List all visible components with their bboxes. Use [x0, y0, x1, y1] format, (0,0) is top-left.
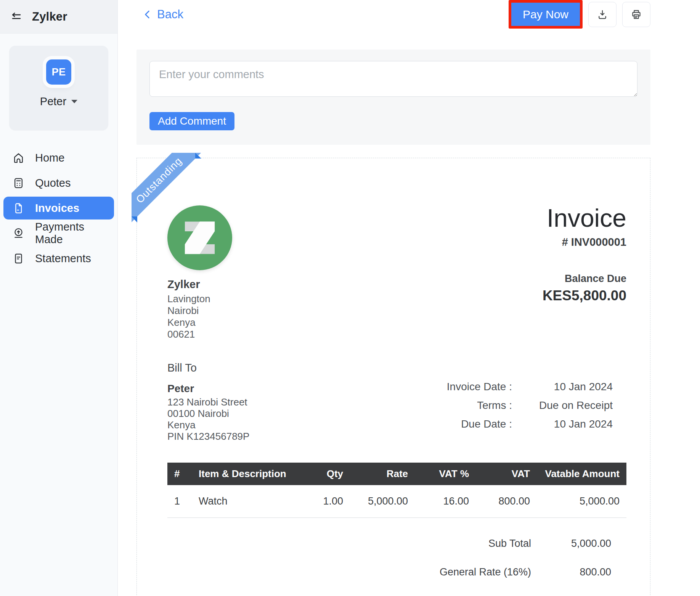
back-label: Back	[157, 8, 183, 21]
table-header-row: # Item & Description Qty Rate VAT % VAT …	[167, 463, 626, 485]
home-icon	[12, 152, 25, 164]
topbar-actions: Pay Now	[509, 0, 650, 29]
bill-to-name: Peter	[167, 383, 249, 395]
terms-value: Due on Receipt	[512, 399, 626, 412]
tax-label: General Rate (16%)	[398, 566, 531, 578]
due-date-value: 10 Jan 2024	[512, 418, 626, 430]
sidebar: Zylker PE Peter Home	[0, 0, 118, 596]
invoice-meta: Invoice Date : 10 Jan 2024 Terms : Due o…	[447, 381, 626, 442]
bill-to-label: Bill To	[167, 362, 249, 374]
col-header-vat-percent: VAT %	[415, 463, 476, 485]
main-content: Back Pay Now	[118, 0, 700, 596]
subtotal-row: Sub Total 5,000.00	[398, 538, 626, 550]
subtotal-value: 5,000.00	[531, 538, 626, 550]
sidebar-nav: Home Quotes	[0, 146, 117, 270]
terms-label: Terms :	[477, 399, 512, 412]
item-qty: 1.00	[300, 485, 350, 517]
item-vatable-amount: 5,000.00	[537, 485, 626, 517]
sidebar-item-quotes[interactable]: Quotes	[3, 171, 114, 194]
col-header-vatable-amount: Vatable Amount	[537, 463, 626, 485]
bill-to-block: Bill To Peter 123 Nairobi Street 00100 N…	[167, 362, 249, 442]
company-logo	[167, 205, 232, 272]
collapse-sidebar-icon	[10, 11, 23, 22]
subtotal-label: Sub Total	[398, 538, 531, 550]
bill-to-address-line: 00100 Nairobi	[167, 408, 249, 419]
calculator-icon	[12, 177, 25, 189]
avatar: PE	[46, 59, 71, 85]
back-button[interactable]: Back	[136, 7, 186, 22]
seller-address-line: Nairobi	[167, 305, 232, 317]
invoice-title: Invoice	[543, 205, 626, 231]
chevron-left-icon	[143, 10, 151, 19]
brand-title: Zylker	[32, 10, 67, 24]
due-date-row: Due Date : 10 Jan 2024	[447, 418, 626, 430]
print-button[interactable]	[622, 2, 650, 27]
invoice-parties: Bill To Peter 123 Nairobi Street 00100 N…	[167, 362, 626, 442]
invoice-header: Zylker Lavington Nairobi Kenya 00621 Inv…	[167, 205, 626, 340]
print-icon	[630, 8, 642, 21]
invoice-date-label: Invoice Date :	[447, 381, 512, 393]
download-icon	[596, 8, 608, 21]
bill-to-address-line: 123 Nairobi Street	[167, 396, 249, 408]
sidebar-item-payments-made[interactable]: Payments Made	[3, 222, 114, 245]
line-items-table: # Item & Description Qty Rate VAT % VAT …	[167, 463, 626, 518]
sidebar-item-statements[interactable]: Statements	[3, 247, 114, 270]
ribbon-fold	[195, 153, 201, 159]
bill-to-address-line: PIN K123456789P	[167, 431, 249, 442]
seller-address: Zylker Lavington Nairobi Kenya 00621	[167, 279, 232, 340]
col-header-rate: Rate	[350, 463, 415, 485]
item-number: 1	[167, 485, 192, 517]
profile-card: PE Peter	[9, 46, 108, 130]
seller-address-line: Kenya	[167, 317, 232, 328]
comment-input[interactable]	[149, 61, 637, 97]
chevron-down-icon	[71, 100, 77, 103]
invoice-date-value: 10 Jan 2024	[512, 381, 626, 393]
statement-icon	[12, 252, 25, 265]
invoice-title-block: Invoice # INV000001 Balance Due KES5,800…	[543, 205, 626, 340]
invoice-date-row: Invoice Date : 10 Jan 2024	[447, 381, 626, 393]
collapse-sidebar-button[interactable]	[10, 11, 23, 22]
invoice-document: Outstanding Zylker	[136, 158, 650, 596]
sidebar-item-label: Home	[35, 152, 64, 164]
payment-upload-icon	[12, 227, 25, 240]
topbar: Back Pay Now	[136, 0, 650, 29]
bill-to-address: 123 Nairobi Street 00100 Nairobi Kenya P…	[167, 396, 249, 442]
seller-name: Zylker	[167, 279, 232, 290]
tax-row: General Rate (16%) 800.00	[398, 566, 626, 578]
sidebar-item-invoices[interactable]: Invoices	[3, 197, 114, 219]
seller-address-line: 00621	[167, 328, 232, 340]
sidebar-item-home[interactable]: Home	[3, 146, 114, 169]
col-header-item-description: Item & Description	[192, 463, 300, 485]
col-header-vat: VAT	[476, 463, 537, 485]
profile-placeholder-bar	[15, 117, 102, 125]
sidebar-header: Zylker	[0, 0, 117, 34]
table-row: 1 Watch 1.00 5,000.00 16.00 800.00 5,000…	[167, 485, 626, 518]
download-button[interactable]	[588, 2, 617, 27]
seller-address-line: Lavington	[167, 293, 232, 305]
sidebar-item-label: Quotes	[35, 177, 71, 189]
item-description: Watch	[192, 485, 300, 517]
seller-block: Zylker Lavington Nairobi Kenya 00621	[167, 205, 232, 340]
due-date-label: Due Date :	[461, 418, 512, 430]
bill-to-address-line: Kenya	[167, 419, 249, 431]
comments-panel: Add Comment	[136, 50, 650, 145]
add-comment-button[interactable]: Add Comment	[149, 112, 234, 130]
col-header-qty: Qty	[300, 463, 350, 485]
invoice-file-icon	[12, 202, 25, 215]
sidebar-item-label: Payments Made	[35, 221, 105, 246]
ribbon-fold	[132, 216, 137, 223]
app-window: Zylker PE Peter Home	[0, 0, 700, 596]
item-rate: 5,000.00	[350, 485, 415, 517]
sidebar-item-label: Statements	[35, 252, 91, 265]
item-vat-percent: 16.00	[415, 485, 476, 517]
balance-due-amount: KES5,800.00	[543, 288, 626, 304]
balance-due-label: Balance Due	[543, 273, 626, 285]
pay-now-button[interactable]: Pay Now	[509, 0, 583, 29]
sidebar-item-label: Invoices	[35, 202, 79, 215]
tax-value: 800.00	[531, 566, 626, 578]
profile-name: Peter	[40, 95, 66, 108]
col-header-number: #	[167, 463, 192, 485]
totals-section: Sub Total 5,000.00 General Rate (16%) 80…	[167, 521, 626, 596]
profile-dropdown[interactable]: Peter	[9, 95, 108, 108]
terms-row: Terms : Due on Receipt	[447, 399, 626, 412]
